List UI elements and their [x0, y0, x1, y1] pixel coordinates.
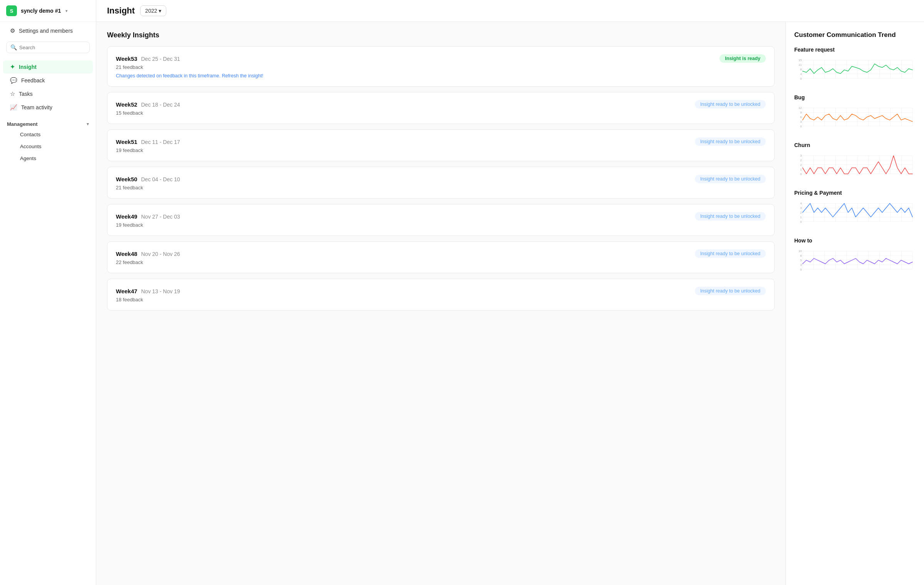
svg-text:3: 3 [800, 206, 802, 210]
svg-text:0: 0 [800, 268, 802, 271]
right-panel: Customer Communication Trend Feature req… [785, 22, 924, 585]
team-activity-icon: 📈 [10, 104, 17, 111]
week-card-week49[interactable]: Week49 Nov 27 - Dec 03 Insight ready to … [107, 204, 775, 236]
sidebar-item-accounts[interactable]: Accounts [3, 141, 93, 152]
right-panel-title: Customer Communication Trend [794, 31, 916, 39]
week-info: Week53 Dec 25 - Dec 31 [116, 55, 180, 62]
workspace-avatar: S [6, 5, 17, 16]
week-card-header: Week49 Nov 27 - Dec 03 Insight ready to … [116, 212, 766, 221]
week-card-week52[interactable]: Week52 Dec 18 - Dec 24 Insight ready to … [107, 92, 775, 124]
chart-section-churn: Churn 32210 [794, 142, 916, 181]
chart-wrap-feature-request: 1511840 [794, 55, 916, 86]
week-badge: Insight ready to be unlocked [695, 175, 766, 183]
year-value: 2022 [145, 8, 157, 14]
week-label: Week47 [116, 288, 137, 294]
svg-text:10: 10 [798, 249, 802, 253]
tasks-icon: ☆ [10, 90, 15, 97]
year-chevron-icon: ▾ [159, 8, 161, 14]
week-change-notice[interactable]: Changes detected on feedback in this tim… [116, 73, 766, 79]
svg-text:2: 2 [800, 211, 802, 214]
chart-label-bug: Bug [794, 94, 916, 100]
chart-label-feature-request: Feature request [794, 47, 916, 53]
chart-section-pricing-payment: Pricing & Payment 43210 [794, 190, 916, 229]
svg-text:0: 0 [800, 77, 802, 80]
sidebar-item-contacts[interactable]: Contacts [3, 129, 93, 140]
week-feedback-count: 22 feedback [116, 259, 766, 265]
year-dropdown[interactable]: 2022 ▾ [140, 5, 166, 16]
settings-icon: ⚙ [10, 27, 15, 34]
settings-label: Settings and members [19, 28, 73, 34]
svg-text:1: 1 [800, 216, 802, 219]
week-info: Week51 Dec 11 - Dec 17 [116, 139, 180, 145]
management-section[interactable]: Management ▾ [0, 117, 96, 129]
week-feedback-count: 19 feedback [116, 147, 766, 153]
week-card-week48[interactable]: Week48 Nov 20 - Nov 26 Insight ready to … [107, 241, 775, 273]
week-feedback-count: 19 feedback [116, 222, 766, 228]
week-card-week53[interactable]: Week53 Dec 25 - Dec 31 Insight is ready … [107, 46, 775, 87]
weekly-panel: Weekly Insights Week53 Dec 25 - Dec 31 I… [96, 22, 785, 585]
chart-wrap-how-to: 108530 [794, 246, 916, 277]
svg-text:15: 15 [798, 58, 802, 62]
chart-wrap-bug: 129630 [794, 103, 916, 134]
svg-text:1: 1 [800, 168, 802, 171]
chart-wrap-churn: 32210 [794, 150, 916, 181]
week-date: Nov 13 - Nov 19 [141, 288, 180, 294]
sidebar-item-agents[interactable]: Agents [3, 153, 93, 164]
week-date: Dec 25 - Dec 31 [141, 56, 180, 62]
svg-text:0: 0 [800, 220, 802, 224]
chart-section-feature-request: Feature request 1511840 [794, 47, 916, 86]
week-card-week50[interactable]: Week50 Dec 04 - Dec 10 Insight ready to … [107, 167, 775, 199]
sidebar-item-team-activity-label: Team activity [21, 104, 52, 110]
svg-text:4: 4 [800, 72, 802, 76]
week-info: Week50 Dec 04 - Dec 10 [116, 176, 180, 182]
week-feedback-count: 21 feedback [116, 64, 766, 70]
week-feedback-count: 21 feedback [116, 185, 766, 191]
week-cards-container: Week53 Dec 25 - Dec 31 Insight is ready … [107, 46, 775, 311]
page-title: Insight [107, 6, 135, 16]
sidebar-nav: ✦ Insight 💬 Feedback ☆ Tasks 📈 Team acti… [0, 57, 96, 117]
week-badge: Insight ready to be unlocked [695, 100, 766, 109]
week-date: Dec 18 - Dec 24 [141, 102, 180, 108]
feedback-icon: 💬 [10, 77, 17, 84]
svg-text:5: 5 [800, 259, 802, 262]
chart-svg-pricing-payment: 43210 [794, 198, 916, 229]
week-card-week51[interactable]: Week51 Dec 11 - Dec 17 Insight ready to … [107, 129, 775, 161]
chart-label-pricing-payment: Pricing & Payment [794, 190, 916, 196]
week-badge: Insight ready to be unlocked [695, 287, 766, 295]
chart-label-how-to: How to [794, 237, 916, 244]
workspace-header[interactable]: S syncly demo #1 ▾ [0, 0, 96, 22]
sidebar-item-insight[interactable]: ✦ Insight [3, 60, 93, 74]
week-date: Nov 20 - Nov 26 [141, 251, 180, 257]
chart-svg-feature-request: 1511840 [794, 55, 916, 86]
week-card-week47[interactable]: Week47 Nov 13 - Nov 19 Insight ready to … [107, 279, 775, 311]
search-input-wrap[interactable]: 🔍 [6, 42, 90, 53]
week-badge: Insight ready to be unlocked [695, 212, 766, 221]
week-badge: Insight is ready [720, 54, 766, 63]
sidebar-item-team-activity[interactable]: 📈 Team activity [3, 101, 93, 114]
charts-container: Feature request 1511840 Bug 129630 Churn… [794, 47, 916, 277]
settings-members-item[interactable]: ⚙ Settings and members [3, 24, 93, 37]
week-label: Week53 [116, 55, 137, 62]
svg-text:4: 4 [800, 202, 802, 205]
content-area: Weekly Insights Week53 Dec 25 - Dec 31 I… [96, 22, 924, 585]
main-area: Insight 2022 ▾ Weekly Insights Week53 De… [96, 0, 924, 585]
sidebar-item-feedback[interactable]: 💬 Feedback [3, 74, 93, 87]
sidebar-item-tasks[interactable]: ☆ Tasks [3, 87, 93, 100]
svg-text:2: 2 [800, 163, 802, 167]
week-feedback-count: 18 feedback [116, 297, 766, 303]
svg-text:0: 0 [800, 172, 802, 176]
week-date: Dec 11 - Dec 17 [141, 139, 180, 145]
week-info: Week48 Nov 20 - Nov 26 [116, 251, 180, 257]
search-input[interactable] [19, 45, 85, 50]
sidebar-item-tasks-label: Tasks [19, 91, 33, 97]
svg-text:9: 9 [800, 111, 802, 114]
week-label: Week52 [116, 101, 137, 108]
week-badge: Insight ready to be unlocked [695, 137, 766, 146]
chart-section-bug: Bug 129630 [794, 94, 916, 134]
sidebar-item-insight-label: Insight [19, 64, 37, 70]
chart-svg-bug: 129630 [794, 103, 916, 134]
workspace-name: syncly demo #1 [21, 8, 61, 14]
week-card-header: Week53 Dec 25 - Dec 31 Insight is ready [116, 54, 766, 63]
chart-svg-churn: 32210 [794, 150, 916, 181]
week-card-header: Week50 Dec 04 - Dec 10 Insight ready to … [116, 175, 766, 183]
